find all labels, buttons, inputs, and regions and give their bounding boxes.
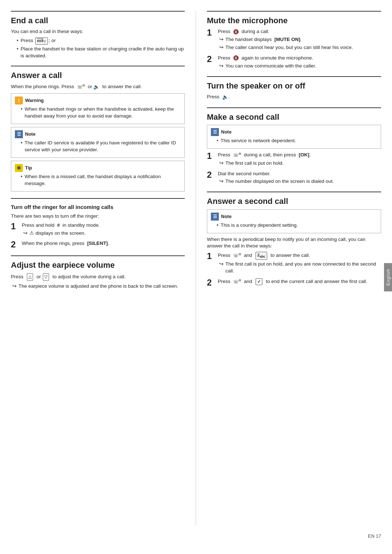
language-tab: English (384, 263, 392, 291)
note-box-answer: ☰ Note The caller ID service is availabl… (11, 127, 185, 158)
note-header-answer-second: ☰ Note (211, 213, 377, 221)
ringer-result-icon: ⚠ (29, 230, 34, 237)
footer-page: 17 (376, 533, 381, 539)
bullet1-press: Press (21, 37, 33, 44)
mute-step2: 2 Press 🔇 again to unmute the microphone… (207, 55, 381, 70)
mute-button-icon: 🔇 (233, 29, 239, 35)
section-title-speaker: Turn the speaker on or off (207, 81, 381, 91)
section-title-earpiece: Adjust the earpiece volume (11, 260, 185, 270)
note-text-answer: The caller ID service is available if yo… (21, 140, 181, 153)
note-header-second-call: ☰ Note (211, 128, 377, 136)
phone-r-icon2: ☏R (233, 152, 241, 159)
earpiece-intro: Press △ or ▽ to adjust the volume during… (11, 273, 185, 281)
end-a-call-intro: You can end a call in these ways: (11, 28, 185, 35)
mute-step1: 1 Press 🔇 during a call. ↪ The handset d… (207, 28, 381, 51)
note-text-answer-second: This is a country dependent setting. (217, 222, 377, 229)
section-make-second-call: Make a second call ☰ Note This service i… (207, 107, 381, 185)
speaker-icon: 🔈 (93, 83, 99, 91)
ringer-step2: 2 When the phone rings, press [SILENT]. (11, 240, 185, 249)
tip-label: Tip (25, 165, 32, 171)
phone-r-icon: ☏R (77, 83, 85, 91)
bullet2-text: Place the handset to the base station or… (21, 46, 185, 59)
ringer-step1: 1 Press and hold # in standby mode. ↪ ⚠ … (11, 222, 185, 237)
warning-header: ! Warning (15, 97, 181, 104)
end-a-call-bullet1: Press exit┬; or (17, 37, 185, 44)
note-label-answer-second: Note (221, 213, 232, 220)
phone-r-icon4: ☏R (233, 278, 241, 286)
section-title-answer-second: Answer a second call (207, 197, 381, 206)
ringer-intro: There are two ways to turn off the ringe… (11, 213, 185, 220)
answer-second-step1: 1 Press ☏R and 2abc to answer the call. … (207, 252, 381, 275)
section-title-make-second: Make a second call (207, 112, 381, 122)
ringer-step1-text: Press and hold (22, 222, 54, 228)
end-a-call-bullet2: Place the handset to the base station or… (17, 46, 185, 59)
answer-second-step2: 2 Press ☏R and ✓ to end the current call… (207, 278, 381, 287)
section-end-a-call: End a call You can end a call in these w… (11, 11, 185, 59)
speaker-on-off-icon: 🔈 (222, 94, 228, 101)
exit-button-icon: exit┬ (35, 37, 48, 44)
note-icon3: ☰ (211, 213, 219, 221)
section-title-end-a-call: End a call (11, 16, 185, 25)
note-label-second-call: Note (221, 129, 232, 135)
second-call-step2: 2 Dial the second number. ↪ The number d… (207, 171, 381, 185)
warning-icon: ! (15, 97, 23, 104)
note-icon2: ☰ (211, 128, 219, 136)
note-text-second-call: This service is network dependent. (217, 138, 377, 144)
note-header-answer: ☰ Note (15, 130, 181, 138)
tip-icon: ✱ (15, 164, 23, 172)
phone-r-icon3: ☏R (233, 252, 241, 259)
footer: EN 17 (11, 533, 381, 539)
section-answer-a-call: Answer a call When the phone rings. Pres… (11, 66, 185, 191)
ringer-step1-suffix: in standby mode. (62, 222, 100, 228)
left-column: End a call You can end a call in these w… (11, 11, 196, 526)
hash-icon: # (57, 222, 60, 229)
answer-second-intro: When there is a periodical beep to notif… (207, 236, 381, 250)
speaker-text: Press 🔈. (207, 94, 381, 101)
vol-up-icon: △ (27, 273, 33, 281)
section-turn-speaker: Turn the speaker on or off Press 🔈. (207, 76, 381, 101)
section-adjust-earpiece: Adjust the earpiece volume Press △ or ▽ … (11, 255, 185, 290)
section-title-answer-a-call: Answer a call (11, 71, 185, 80)
note-icon: ☰ (15, 130, 23, 138)
right-column: Mute the microphone 1 Press 🔇 during a c… (196, 11, 381, 526)
note-label-answer: Note (25, 131, 36, 138)
ringer-step1-result: ↪ ⚠ displays on the screen. (22, 230, 185, 237)
warning-text: When the handset rings or when the hands… (21, 106, 181, 120)
section-title-ringer: Turn off the ringer for all incoming cal… (11, 203, 185, 211)
two-abc-icon: 2abc (256, 252, 267, 260)
section-turn-off-ringer: Turn off the ringer for all incoming cal… (11, 198, 185, 249)
end-call-icon: ✓ (256, 278, 262, 285)
earpiece-result: ↪ The earpiece volume is adjusted and th… (11, 283, 185, 290)
tip-box: ✱ Tip When there is a missed call, the h… (11, 161, 185, 192)
answer-a-call-intro: When the phone rings. Press ☏R or 🔈 to a… (11, 83, 185, 91)
vol-down-icon: ▽ (43, 273, 49, 281)
tip-text: When there is a missed call, the handset… (21, 173, 181, 187)
note-box-second-call: ☰ Note This service is network dependent… (207, 125, 381, 149)
note-box-answer-second: ☰ Note This is a country dependent setti… (207, 209, 381, 233)
tip-header: ✱ Tip (15, 164, 181, 172)
second-call-step1: 1 Press ☏R during a call, then press [OK… (207, 152, 381, 167)
footer-text: EN (368, 533, 375, 539)
mute-button-icon2: 🔇 (233, 55, 239, 61)
section-answer-second-call: Answer a second call ☰ Note This is a co… (207, 192, 381, 287)
warning-label: Warning (25, 97, 44, 104)
bullet1-suffix: ; or (49, 37, 56, 44)
section-mute-microphone: Mute the microphone 1 Press 🔇 during a c… (207, 11, 381, 70)
warning-box: ! Warning When the handset rings or when… (11, 93, 185, 124)
page: End a call You can end a call in these w… (0, 0, 392, 554)
section-title-mute: Mute the microphone (207, 16, 381, 25)
